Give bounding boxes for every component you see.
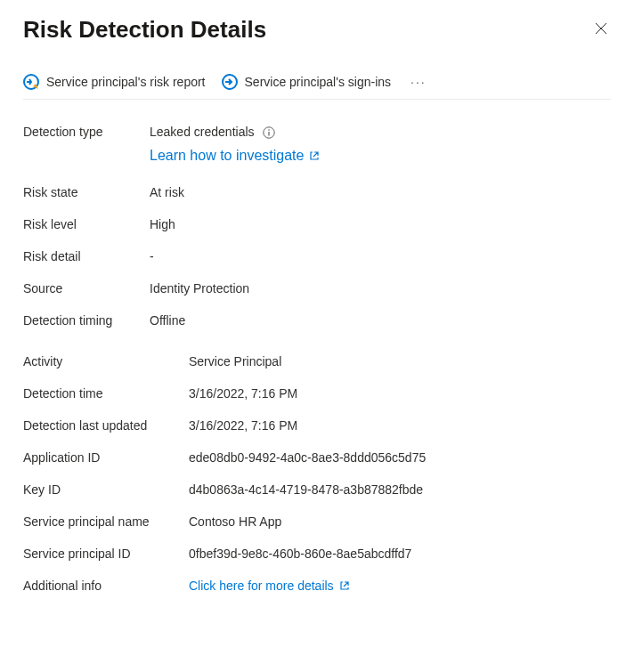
- overflow-icon: ···: [410, 75, 427, 89]
- page-title: Risk Detection Details: [23, 16, 266, 44]
- close-icon: [595, 22, 607, 35]
- close-button[interactable]: [591, 17, 611, 43]
- detection-time-label: Detection time: [23, 386, 189, 401]
- source-value: Identity Protection: [150, 281, 249, 296]
- risk-level-value: High: [150, 217, 175, 231]
- svg-rect-4: [269, 132, 270, 136]
- detection-type-value: Leaked credentials: [150, 125, 275, 139]
- signins-label: Service principal's sign-ins: [245, 75, 392, 89]
- key-id-value: d4b0863a-4c14-4719-8478-a3b87882fbde: [189, 482, 423, 497]
- svg-point-3: [269, 129, 271, 131]
- activity-value: Service Principal: [189, 354, 281, 368]
- overflow-menu[interactable]: ···: [407, 75, 430, 89]
- risk-report-label: Service principal's risk report: [46, 75, 206, 89]
- investigate-link[interactable]: Learn how to investigate: [150, 148, 320, 164]
- sp-id-value: 0fbef39d-9e8c-460b-860e-8ae5abcdffd7: [189, 547, 411, 561]
- application-id-label: Application ID: [23, 450, 189, 465]
- source-label: Source: [23, 281, 150, 296]
- detection-time-value: 3/16/2022, 7:16 PM: [189, 386, 297, 401]
- external-link-icon: [339, 580, 350, 591]
- activity-label: Activity: [23, 354, 189, 368]
- risk-level-label: Risk level: [23, 217, 150, 231]
- application-id-value: ede08db0-9492-4a0c-8ae3-8ddd056c5d75: [189, 450, 426, 465]
- signins-link[interactable]: Service principal's sign-ins: [222, 74, 392, 90]
- risk-detail-label: Risk detail: [23, 249, 150, 263]
- signins-icon: [222, 74, 238, 90]
- detection-updated-label: Detection last updated: [23, 418, 189, 433]
- risk-report-icon: [23, 74, 39, 90]
- risk-detail-value: -: [150, 249, 154, 263]
- key-id-label: Key ID: [23, 482, 189, 497]
- info-icon[interactable]: [263, 126, 275, 139]
- risk-state-value: At risk: [150, 185, 184, 199]
- sp-id-label: Service principal ID: [23, 547, 189, 561]
- additional-info-link[interactable]: Click here for more details: [189, 579, 350, 593]
- detection-type-label: Detection type: [23, 125, 150, 139]
- sp-name-value: Contoso HR App: [189, 514, 281, 529]
- risk-state-label: Risk state: [23, 185, 150, 199]
- detection-updated-value: 3/16/2022, 7:16 PM: [189, 418, 297, 433]
- toolbar: Service principal's risk report Service …: [23, 74, 611, 100]
- external-link-icon: [309, 150, 320, 161]
- detection-timing-value: Offline: [150, 313, 185, 328]
- sp-name-label: Service principal name: [23, 514, 189, 529]
- additional-info-label: Additional info: [23, 579, 189, 593]
- detection-timing-label: Detection timing: [23, 313, 150, 328]
- risk-report-link[interactable]: Service principal's risk report: [23, 74, 206, 90]
